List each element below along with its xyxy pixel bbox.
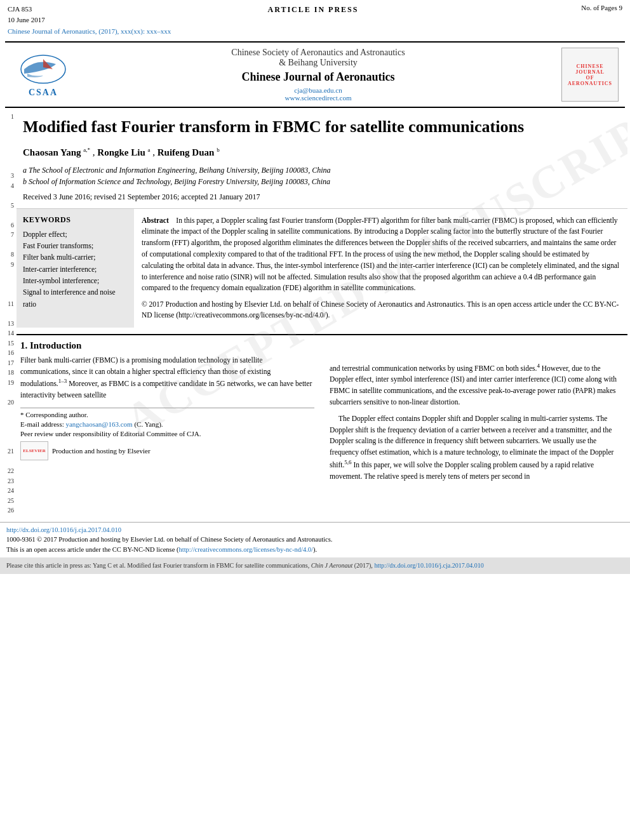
intro-paragraph-right-2: The Doppler effect contains Doppler shif… [330, 413, 624, 483]
header-banner: CSAA Chinese Society of Aeronautics and … [5, 41, 625, 108]
abstract-copyright: © 2017 Production and hosting by Elsevie… [142, 299, 620, 321]
article-title: Modified fast Fourier transform in FBMC … [23, 117, 621, 138]
citation-text: Please cite this article in press as: Ya… [6, 562, 484, 569]
license-link[interactable]: http://creativecommons.org/licenses/by-n… [178, 546, 313, 553]
intro-heading: 1. Introduction [20, 340, 314, 351]
elsevier-hosting-text: Production and hosting by Elsevier [52, 447, 151, 455]
footnote-peer-review: Peer review under responsibility of Edit… [20, 430, 314, 437]
csaa-plane-icon [18, 51, 69, 86]
doi-anchor[interactable]: http://dx.doi.org/10.1016/j.cja.2017.04.… [6, 526, 121, 533]
abstract-col: Abstract In this paper, a Doppler scalin… [134, 209, 627, 328]
top-bar: CJA 853 10 June 2017 ARTICLE IN PRESS No… [0, 0, 630, 26]
csaa-logo: CSAA [11, 51, 75, 98]
top-bar-left: CJA 853 10 June 2017 [8, 4, 45, 25]
footnote-corresponding: * Corresponding author. [20, 411, 314, 418]
footnote-email: E-mail address: yangchaosan@163.com (C. … [20, 420, 314, 428]
citation-bar: Please cite this article in press as: Ya… [0, 557, 630, 575]
intro-paragraph-right-1: and terrestrial communication networks b… [330, 362, 624, 408]
article-section: Modified fast Fourier transform in FBMC … [17, 110, 627, 202]
abstract-paragraph: Abstract In this paper, a Doppler scalin… [142, 215, 620, 295]
header-center: Chinese Society of Aeronautics and Astro… [81, 48, 555, 102]
keyword-3: Filter bank multi-carrier; [23, 251, 128, 263]
citation-doi-link[interactable]: http://dx.doi.org/10.1016/j.cja.2017.04.… [374, 562, 483, 569]
contact-links: cja@buaa.edu.cn www.sciencedirect.com [81, 86, 555, 102]
author-chaosan: Chaosan Yang a,* [23, 147, 90, 157]
website-link[interactable]: www.sciencedirect.com [285, 94, 352, 102]
intro-section: 1. Introduction Filter bank multi-carrie… [17, 334, 627, 483]
article-content: Accepted Manuscript proof Modified fast … [17, 110, 627, 516]
journal-name-banner: Chinese Journal of Aeronautics [81, 70, 555, 84]
intro-paragraph-left: Filter bank multi-carrier (FBMC) is a pr… [20, 355, 314, 401]
keyword-4: Inter-carrier interference; [23, 263, 128, 275]
keyword-1: Doppler effect; [23, 229, 128, 240]
journal-link[interactable]: Chinese Journal of Aeronautics, (2017), … [8, 27, 171, 35]
bottom-bar: http://dx.doi.org/10.1016/j.cja.2017.04.… [0, 522, 630, 557]
affiliation-b: b School of Information Science and Tech… [23, 176, 621, 187]
elsevier-small-logo: ELSEVIER [20, 441, 48, 460]
affiliations: a The School of Electronic and Informati… [23, 164, 621, 187]
elsevier-badge: ELSEVIER Production and hosting by Elsev… [20, 441, 314, 460]
society-name: Chinese Society of Aeronautics and Astro… [81, 48, 555, 68]
journal-link-row: Chinese Journal of Aeronautics, (2017), … [0, 26, 630, 39]
license-line: This is an open access article under the… [6, 545, 624, 555]
keywords-col: KEYWORDS Doppler effect; Fast Fourier tr… [17, 209, 134, 328]
elsevier-journal-logo: CHINESE JOURNAL OF AERONAUTICS [561, 48, 619, 102]
keyword-6: Signal to interference and noise ratio [23, 286, 128, 310]
keywords-title: KEYWORDS [23, 215, 128, 225]
email-link[interactable]: cja@buaa.edu.cn [294, 86, 342, 94]
keywords-list: Doppler effect; Fast Fourier transforms;… [23, 229, 128, 310]
csaa-text-label: CSAA [29, 88, 58, 98]
line-numbers-left: 1 3 4 5 6 7 8 9 11 13 14 15 16 17 18 19 … [3, 110, 17, 516]
author-email-link[interactable]: yangchaosan@163.com [65, 420, 132, 428]
footnote-area: * Corresponding author. E-mail address: … [20, 408, 314, 460]
journal-date: 10 June 2017 [8, 15, 45, 25]
author-ruifeng: Ruifeng Duan b [158, 147, 220, 157]
issn-line: 1000-9361 © 2017 Production and hosting … [6, 535, 624, 545]
article-authors: Chaosan Yang a,* , Rongke Liu a , Ruifen… [23, 147, 621, 158]
article-in-press-label: ARTICLE IN PRESS [267, 4, 358, 15]
keyword-5: Inter-symbol interference; [23, 275, 128, 286]
pages-label: No. of Pages 9 [581, 4, 622, 11]
doi-link: http://dx.doi.org/10.1016/j.cja.2017.04.… [6, 525, 624, 535]
received-line: Received 3 June 2016; revised 21 Septemb… [23, 192, 621, 202]
journal-id: CJA 853 [8, 4, 45, 15]
keyword-2: Fast Fourier transforms; [23, 240, 128, 251]
author-rongke: Rongke Liu a [97, 147, 150, 157]
affiliation-a: a The School of Electronic and Informati… [23, 164, 621, 176]
abstract-section: KEYWORDS Doppler effect; Fast Fourier tr… [17, 208, 627, 328]
